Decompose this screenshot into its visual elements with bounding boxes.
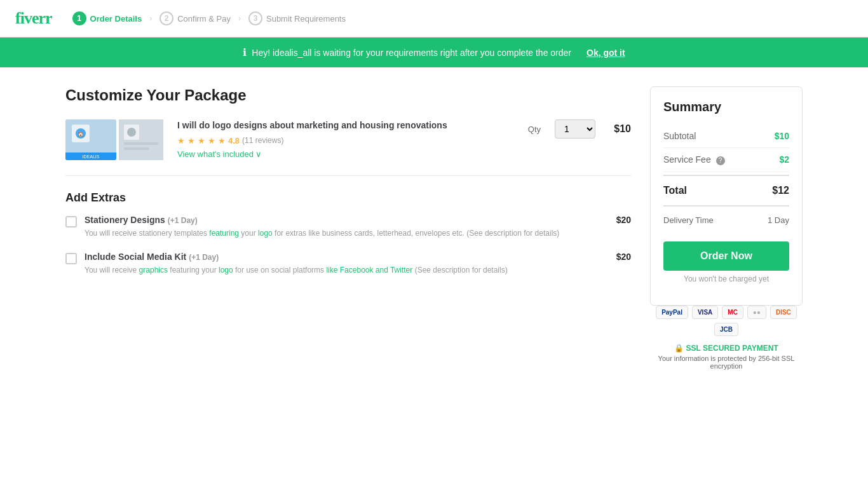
- info-banner: ℹ Hey! idealis_all is waiting for your r…: [0, 37, 868, 67]
- graphics-link[interactable]: graphics: [139, 266, 168, 274]
- service-fee-text: Service Fee: [663, 154, 711, 165]
- svg-text:IDEALIS: IDEALIS: [83, 154, 100, 159]
- header: fiverr 1 Order Details › 2 Confirm & Pay…: [0, 0, 868, 37]
- logo-link-2[interactable]: logo: [219, 266, 233, 274]
- product-image-svg: 🏠 IDEALIS: [65, 119, 116, 160]
- extras-title: Add Extras: [65, 191, 631, 205]
- lock-icon: 🔒: [674, 344, 684, 353]
- ssl-info: 🔒 SSL SECURED PAYMENT Your information i…: [650, 344, 803, 370]
- quantity-select[interactable]: 1 2 3: [555, 119, 595, 139]
- extra-badge-stationery: (+1 Day): [168, 216, 198, 225]
- svg-text:🏠: 🏠: [78, 131, 84, 137]
- extra-price-social: $20: [606, 252, 631, 262]
- service-fee-row: Service Fee ? $2: [663, 148, 789, 172]
- extra-desc-stationery: You will receive stationery templates fe…: [85, 227, 598, 239]
- rating-value: 4.8: [228, 136, 240, 146]
- visa-icon: VISA: [692, 306, 718, 319]
- subtotal-row: Subtotal $10: [663, 125, 789, 148]
- jcb-icon: JCB: [714, 323, 738, 336]
- chevron-down-icon: ∨: [255, 149, 262, 159]
- summary-box: Summary Subtotal $10 Service Fee ? $2 To…: [650, 86, 803, 306]
- banner-message: Hey! idealis_all is waiting for your req…: [252, 48, 571, 58]
- extra-social-title: Include Social Media Kit (+1 Day): [85, 252, 598, 262]
- platforms-link[interactable]: like Facebook and Twitter: [326, 266, 412, 274]
- ssl-title: 🔒 SSL SECURED PAYMENT: [650, 344, 803, 353]
- summary-title: Summary: [663, 100, 789, 114]
- subtotal-value: $10: [775, 131, 789, 141]
- star-3: ★: [198, 136, 205, 146]
- extra-price-stationery: $20: [606, 215, 631, 225]
- step-1-circle: 1: [72, 11, 86, 25]
- content-area: Customize Your Package 🏠 IDEALIS: [65, 86, 631, 370]
- page-title: Customize Your Package: [65, 86, 631, 104]
- main-content: Customize Your Package 🏠 IDEALIS: [53, 67, 815, 389]
- product-image-thumb: [119, 119, 163, 160]
- step-3-circle: 3: [248, 11, 262, 25]
- extra-badge-social: (+1 Day): [189, 253, 219, 262]
- qty-label: Qty: [528, 125, 541, 134]
- arrow-1: ›: [149, 14, 152, 23]
- extra-name-stationery: Stationery Designs: [85, 215, 165, 225]
- rating-count: (11 reviews): [242, 136, 283, 145]
- no-charge-text: You won't be charged yet: [663, 274, 789, 283]
- total-row: Total $12: [663, 175, 789, 207]
- star-1: ★: [177, 136, 185, 146]
- extra-checkbox-social[interactable]: [65, 253, 77, 264]
- svg-point-8: [127, 128, 136, 137]
- total-label: Total: [663, 185, 687, 196]
- info-icon: ℹ: [243, 46, 247, 58]
- banner-cta[interactable]: Ok, got it: [587, 48, 625, 58]
- delivery-value: 1 Day: [768, 215, 789, 225]
- extra-name-social: Include Social Media Kit: [85, 252, 186, 262]
- product-images: 🏠 IDEALIS: [65, 119, 167, 160]
- product-image-main: 🏠 IDEALIS: [65, 119, 116, 160]
- ssl-desc: Your information is protected by 256-bit…: [650, 355, 803, 370]
- star-5: ★: [218, 136, 226, 146]
- logo[interactable]: fiverr: [15, 9, 52, 28]
- service-fee-label: Service Fee ?: [663, 154, 725, 165]
- subtotal-label: Subtotal: [663, 131, 696, 141]
- product-info: I will do logo designs about marketing a…: [177, 119, 518, 159]
- svg-rect-9: [124, 142, 158, 145]
- delivery-label: Delivery Time: [663, 215, 714, 225]
- paypal-icon: PayPal: [656, 306, 688, 319]
- step-2: 2 Confirm & Pay: [159, 11, 231, 25]
- extra-info-social: Include Social Media Kit (+1 Day) You wi…: [85, 252, 598, 276]
- total-value: $12: [772, 185, 789, 196]
- arrow-2: ›: [238, 14, 241, 23]
- product-title: I will do logo designs about marketing a…: [177, 119, 518, 132]
- logo-link-1[interactable]: logo: [258, 229, 273, 238]
- step-2-label: Confirm & Pay: [177, 14, 231, 24]
- qty-price-area: Qty 1 2 3 $10: [528, 119, 631, 139]
- service-fee-value: $2: [779, 154, 789, 165]
- extra-item-social: Include Social Media Kit (+1 Day) You wi…: [65, 252, 631, 276]
- step-2-circle: 2: [159, 11, 173, 25]
- svg-rect-10: [124, 147, 149, 150]
- product-price: $10: [606, 123, 631, 135]
- star-2: ★: [187, 136, 195, 146]
- product-thumb-svg: [119, 119, 163, 160]
- steps-nav: 1 Order Details › 2 Confirm & Pay › 3 Su…: [72, 11, 346, 25]
- extra-item-stationery: Stationery Designs (+1 Day) You will rec…: [65, 215, 631, 239]
- sidebar: Summary Subtotal $10 Service Fee ? $2 To…: [650, 86, 803, 370]
- step-1-label: Order Details: [90, 14, 142, 24]
- star-4: ★: [208, 136, 215, 146]
- extra-desc-social: You will receive graphics featuring your…: [85, 264, 598, 276]
- step-1: 1 Order Details: [72, 11, 142, 25]
- extra-checkbox-stationery[interactable]: [65, 216, 77, 227]
- payment-icons: PayPal VISA MC ●● DISC JCB: [650, 306, 803, 336]
- delivery-row: Delivery Time 1 Day: [663, 209, 789, 231]
- product-row: 🏠 IDEALIS I will do logo de: [65, 119, 631, 176]
- mastercard-icon: MC: [722, 306, 743, 319]
- view-included-link[interactable]: View what's included ∨: [177, 149, 518, 159]
- view-included-text: View what's included: [177, 149, 254, 159]
- step-3: 3 Submit Requirements: [248, 11, 346, 25]
- featuring-link-1[interactable]: featuring: [209, 229, 239, 238]
- extra-stationery-title: Stationery Designs (+1 Day): [85, 215, 598, 225]
- order-now-button[interactable]: Order Now: [663, 241, 789, 271]
- product-rating: ★ ★ ★ ★ ★ 4.8 (11 reviews): [177, 136, 518, 146]
- service-fee-help-icon[interactable]: ?: [716, 156, 725, 165]
- step-3-label: Submit Requirements: [266, 14, 346, 24]
- extra-info-stationery: Stationery Designs (+1 Day) You will rec…: [85, 215, 598, 239]
- discover-icon: DISC: [770, 306, 797, 319]
